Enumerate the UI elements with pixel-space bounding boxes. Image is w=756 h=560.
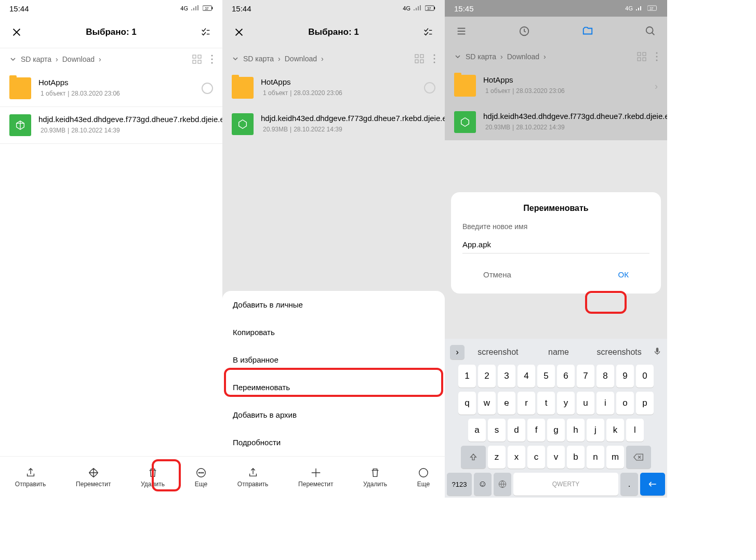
more-button[interactable]: Еще bbox=[417, 467, 430, 488]
select-all-icon[interactable] bbox=[421, 25, 435, 39]
folder-tab-icon[interactable] bbox=[580, 24, 595, 38]
svg-rect-36 bbox=[656, 348, 659, 352]
path-root[interactable]: SD карта bbox=[243, 55, 274, 63]
delete-button[interactable]: Удалить bbox=[363, 467, 387, 488]
period-key[interactable]: . bbox=[620, 473, 638, 496]
grid-view-icon[interactable] bbox=[192, 55, 202, 64]
key[interactable]: s bbox=[488, 419, 506, 442]
key[interactable]: e bbox=[498, 392, 515, 415]
emoji-key[interactable]: ☺ bbox=[474, 473, 492, 496]
key[interactable]: d bbox=[508, 419, 525, 442]
path-folder[interactable]: Download bbox=[507, 52, 539, 61]
key[interactable]: i bbox=[596, 392, 614, 415]
key[interactable]: g bbox=[547, 419, 565, 442]
key[interactable]: p bbox=[636, 392, 654, 415]
rename-input[interactable] bbox=[462, 236, 649, 254]
move-button[interactable]: Переместит bbox=[298, 467, 333, 488]
grid-view-icon[interactable] bbox=[637, 52, 646, 61]
sheet-archive[interactable]: Добавить в архив bbox=[222, 401, 445, 429]
apk-icon bbox=[9, 114, 31, 136]
chevron-down-icon[interactable] bbox=[232, 55, 239, 62]
path-root[interactable]: SD карта bbox=[21, 55, 51, 63]
expand-icon[interactable]: › bbox=[450, 345, 465, 359]
key[interactable]: 3 bbox=[498, 365, 515, 388]
key[interactable]: u bbox=[577, 392, 594, 415]
path-folder[interactable]: Download bbox=[285, 55, 317, 63]
close-icon[interactable] bbox=[9, 25, 24, 39]
key[interactable]: 2 bbox=[478, 365, 496, 388]
key[interactable]: v bbox=[547, 446, 565, 469]
key[interactable]: x bbox=[508, 446, 525, 469]
selection-checkbox[interactable] bbox=[202, 83, 213, 94]
key[interactable]: l bbox=[626, 419, 644, 442]
shift-key[interactable] bbox=[461, 446, 486, 469]
lang-key[interactable] bbox=[494, 473, 511, 496]
clock-icon[interactable] bbox=[517, 24, 532, 38]
mic-icon[interactable] bbox=[653, 346, 662, 358]
key[interactable]: w bbox=[478, 392, 496, 415]
key[interactable]: t bbox=[537, 392, 555, 415]
search-icon[interactable] bbox=[643, 24, 658, 38]
kb-row-bottom: ?123 ☺ QWERTY . bbox=[445, 471, 667, 498]
symbols-key[interactable]: ?123 bbox=[447, 473, 472, 496]
key[interactable]: h bbox=[567, 419, 585, 442]
suggestion[interactable]: screenshot bbox=[471, 348, 525, 357]
key[interactable]: k bbox=[606, 419, 624, 442]
sheet-add-private[interactable]: Добавить в личные bbox=[222, 291, 445, 318]
suggestion[interactable]: name bbox=[532, 348, 586, 357]
more-vert-icon[interactable] bbox=[211, 55, 213, 64]
path-folder[interactable]: Download bbox=[62, 55, 95, 63]
key[interactable]: f bbox=[527, 419, 545, 442]
list-item[interactable]: HotApps 1 объект|28.03.2020 23:06 bbox=[0, 70, 222, 106]
key[interactable]: 7 bbox=[577, 365, 594, 388]
key[interactable]: y bbox=[557, 392, 575, 415]
key[interactable]: 0 bbox=[636, 365, 654, 388]
list-item[interactable]: hdjd.keidh43ed.dhdgeve.f773gd.dheue7.rke… bbox=[0, 107, 222, 143]
chevron-down-icon[interactable] bbox=[454, 53, 461, 60]
key[interactable]: z bbox=[488, 446, 506, 469]
more-button[interactable]: Еще bbox=[195, 467, 207, 488]
send-button[interactable]: Отправить bbox=[15, 467, 46, 488]
grid-view-icon[interactable] bbox=[415, 54, 424, 63]
ok-button[interactable]: ОК bbox=[608, 267, 639, 282]
key[interactable]: q bbox=[458, 392, 476, 415]
space-key[interactable]: QWERTY bbox=[513, 473, 618, 496]
suggestion[interactable]: screenshots bbox=[592, 348, 646, 357]
more-vert-icon[interactable] bbox=[656, 52, 658, 61]
key[interactable]: 9 bbox=[616, 365, 634, 388]
selection-checkbox[interactable] bbox=[424, 82, 435, 94]
menu-icon[interactable] bbox=[454, 24, 469, 38]
select-all-icon[interactable] bbox=[198, 25, 213, 39]
key[interactable]: n bbox=[587, 446, 604, 469]
status-bar: 15:44 4G 37 bbox=[0, 0, 222, 17]
backspace-key[interactable] bbox=[626, 446, 651, 469]
more-vert-icon[interactable] bbox=[433, 54, 435, 63]
svg-point-28 bbox=[646, 27, 653, 34]
move-button[interactable]: Переместит bbox=[76, 467, 111, 488]
key[interactable]: m bbox=[606, 446, 624, 469]
svg-point-21 bbox=[434, 55, 435, 56]
key[interactable]: 6 bbox=[557, 365, 575, 388]
sheet-copy[interactable]: Копировать bbox=[222, 318, 445, 346]
list-item[interactable]: hdjd.keidh43ed.dhdgeve.f773gd.dheue7.rke… bbox=[222, 106, 445, 142]
key[interactable]: 4 bbox=[518, 365, 535, 388]
sheet-details[interactable]: Подробности bbox=[222, 429, 445, 456]
send-button[interactable]: Отправить bbox=[237, 467, 269, 488]
key[interactable]: o bbox=[616, 392, 634, 415]
key[interactable]: 8 bbox=[596, 365, 614, 388]
key[interactable]: j bbox=[587, 419, 604, 442]
chevron-down-icon[interactable] bbox=[9, 56, 17, 63]
list-item[interactable]: HotApps 1 объект|28.03.2020 23:06 bbox=[222, 70, 445, 106]
key[interactable]: 5 bbox=[537, 365, 555, 388]
key[interactable]: 1 bbox=[458, 365, 476, 388]
cancel-button[interactable]: Отмена bbox=[473, 267, 522, 282]
key[interactable]: b bbox=[567, 446, 585, 469]
list-item[interactable]: HotApps 1 объект|28.03.2020 23:06 › bbox=[445, 68, 667, 104]
list-item[interactable]: hdjd.keidh43ed.dhdgeve.f773gd.dheue7.rke… bbox=[445, 104, 667, 140]
path-root[interactable]: SD карта bbox=[466, 52, 496, 61]
key[interactable]: c bbox=[527, 446, 545, 469]
key[interactable]: r bbox=[518, 392, 535, 415]
key[interactable]: a bbox=[468, 419, 486, 442]
enter-key[interactable] bbox=[640, 473, 665, 496]
close-icon[interactable] bbox=[232, 25, 246, 39]
